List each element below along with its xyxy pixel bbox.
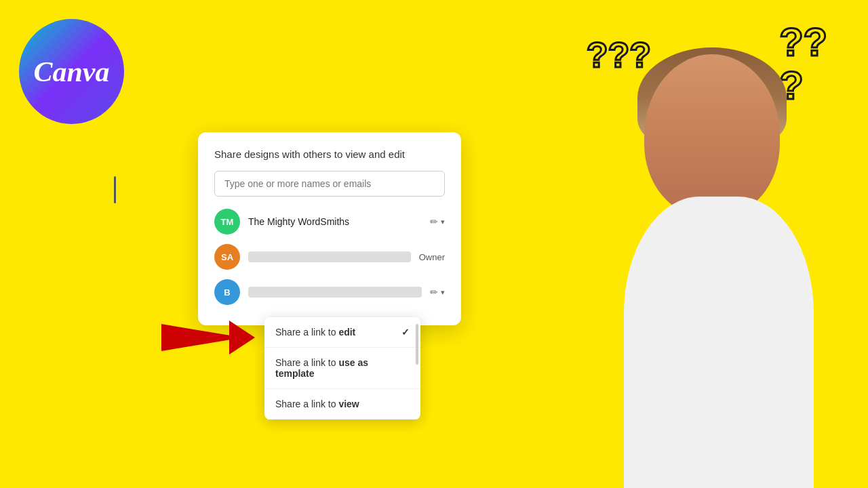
user-row-b: B ✏ ▾ [214, 279, 445, 305]
role-owner-sa: Owner [419, 252, 445, 262]
check-icon-edit: ✓ [401, 327, 410, 338]
left-line-decoration [114, 176, 116, 203]
dropdown-item-edit[interactable]: Share a link to edit ✓ [264, 317, 420, 348]
dropdown-item-edit-label: Share a link to edit [275, 327, 355, 338]
chevron-icon-b: ▾ [441, 288, 445, 297]
person-head [644, 54, 780, 217]
chevron-icon-tm: ▾ [441, 218, 445, 226]
avatar-tm: TM [214, 209, 240, 235]
dropdown-item-view-label: Share a link to view [275, 399, 359, 409]
share-input[interactable] [214, 171, 445, 197]
user-name-sa-blurred [248, 251, 411, 262]
dropdown-item-template-bold: use as template [275, 357, 368, 379]
edit-control-b[interactable]: ✏ ▾ [430, 287, 445, 298]
person-body [624, 197, 814, 488]
user-row-tm: TM The Mighty WordSmiths ✏ ▾ [214, 209, 445, 235]
dropdown-item-template-label: Share a link to use as template [275, 357, 410, 379]
edit-control-tm[interactable]: ✏ ▾ [430, 216, 445, 227]
user-row-sa: SA Owner [214, 244, 445, 270]
share-panel-title: Share designs with others to view and ed… [214, 148, 445, 160]
dropdown-scrollbar [416, 324, 418, 365]
avatar-b: B [214, 279, 240, 305]
canva-logo: Canva [19, 19, 124, 124]
svg-marker-2 [229, 321, 255, 354]
avatar-sa: SA [214, 244, 240, 270]
person-illustration [542, 0, 868, 488]
red-arrow [155, 317, 256, 358]
dropdown-item-edit-bold: edit [338, 327, 355, 338]
share-panel: Share designs with others to view and ed… [198, 132, 461, 325]
pencil-icon-b: ✏ [430, 287, 438, 298]
share-link-dropdown: Share a link to edit ✓ Share a link to u… [264, 317, 420, 420]
dropdown-item-view-bold: view [338, 399, 359, 409]
dropdown-item-template[interactable]: Share a link to use as template [264, 348, 420, 389]
user-name-b-blurred [248, 287, 422, 298]
pencil-icon-tm: ✏ [430, 216, 438, 227]
user-name-tm: The Mighty WordSmiths [248, 216, 430, 227]
canva-logo-text: Canva [33, 56, 109, 88]
dropdown-item-view[interactable]: Share a link to view [264, 389, 420, 420]
